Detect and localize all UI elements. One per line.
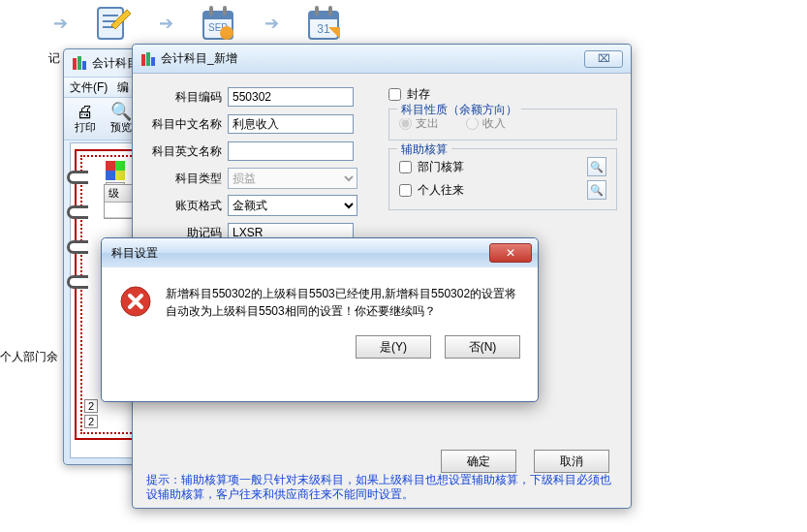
label-cn-name: 科目中文名称 bbox=[146, 116, 222, 133]
svg-rect-24 bbox=[151, 57, 155, 66]
hint-text: 提示：辅助核算项一般只针对末级科目，如果上级科目也想设置辅助核算，下级科目必须也… bbox=[146, 473, 617, 502]
nature-legend: 科目性质（余额方向） bbox=[397, 102, 521, 118]
titlebar: 会计科目_新增 ⌧ bbox=[133, 45, 631, 74]
svg-rect-12 bbox=[315, 6, 319, 16]
sealed-label: 封存 bbox=[407, 86, 430, 103]
svg-rect-17 bbox=[82, 61, 86, 70]
message-text: 新增科目550302的上级科目5503已经使用,新增科目550302的设置将自动… bbox=[166, 285, 522, 320]
preview-icon: 🔍 bbox=[110, 103, 132, 120]
confirm-dialog: 科目设置 ✕ 新增科目550302的上级科目5503已经使用,新增科目55030… bbox=[101, 237, 539, 402]
menu-file[interactable]: 文件(F) bbox=[70, 79, 108, 96]
svg-rect-20 bbox=[106, 171, 115, 180]
arrow-icon: ➔ bbox=[53, 13, 68, 34]
arrow-icon: ➔ bbox=[159, 13, 173, 34]
ok-button[interactable]: 确定 bbox=[441, 450, 516, 473]
cancel-button[interactable]: 取消 bbox=[534, 450, 609, 473]
label-format: 账页格式 bbox=[146, 198, 222, 214]
svg-rect-11 bbox=[309, 12, 338, 19]
close-button[interactable]: ⌧ bbox=[584, 50, 623, 68]
no-button[interactable]: 否(N) bbox=[445, 335, 520, 359]
svg-rect-5 bbox=[203, 12, 233, 19]
dept-checkbox[interactable] bbox=[399, 161, 412, 173]
app-icon bbox=[140, 51, 156, 67]
cn-name-input[interactable] bbox=[228, 114, 354, 134]
dept-lookup-button[interactable]: 🔍 bbox=[587, 157, 606, 176]
svg-rect-16 bbox=[78, 56, 81, 70]
truncated-label: 个人部门余 bbox=[0, 349, 58, 365]
svg-rect-13 bbox=[328, 6, 332, 16]
label-code: 科目编码 bbox=[146, 89, 222, 106]
error-icon bbox=[119, 285, 152, 318]
dialog-title: 会计科目_新增 bbox=[161, 50, 584, 67]
level-badges: 2 2 bbox=[84, 397, 98, 428]
person-label: 个人往来 bbox=[418, 182, 581, 199]
code-input[interactable] bbox=[228, 87, 354, 107]
svg-rect-7 bbox=[223, 6, 227, 16]
dialog-title: 科目设置 bbox=[111, 245, 489, 262]
svg-rect-22 bbox=[141, 54, 145, 66]
document-edit-icon[interactable] bbox=[92, 2, 135, 45]
type-select[interactable]: 损益 bbox=[228, 168, 357, 189]
svg-rect-21 bbox=[115, 171, 125, 180]
palette-icon[interactable] bbox=[106, 161, 125, 180]
titlebar: 科目设置 ✕ bbox=[102, 238, 538, 267]
label-type: 科目类型 bbox=[146, 171, 222, 187]
app-icon bbox=[72, 55, 87, 71]
svg-point-9 bbox=[220, 26, 233, 40]
label-en-name: 科目英文名称 bbox=[146, 143, 222, 160]
print-button[interactable]: 🖨打印 bbox=[68, 100, 103, 139]
badge-2[interactable]: 2 bbox=[84, 399, 98, 413]
sealed-checkbox[interactable] bbox=[388, 88, 401, 101]
calendar-end-icon[interactable]: 31 bbox=[303, 2, 346, 45]
dept-label: 部门核算 bbox=[418, 159, 581, 175]
yes-button[interactable]: 是(Y) bbox=[356, 335, 431, 359]
assist-legend: 辅助核算 bbox=[397, 141, 451, 158]
expense-radio bbox=[399, 117, 412, 130]
assist-fieldset: 辅助核算 部门核算🔍 个人往来🔍 bbox=[388, 148, 617, 210]
svg-rect-15 bbox=[73, 58, 77, 70]
income-radio bbox=[466, 117, 479, 130]
printer-icon: 🖨 bbox=[77, 103, 94, 120]
menu-edit[interactable]: 编 bbox=[117, 79, 129, 96]
svg-rect-23 bbox=[146, 52, 150, 66]
svg-rect-19 bbox=[115, 161, 125, 171]
format-select[interactable]: 金额式 bbox=[228, 195, 357, 216]
svg-rect-18 bbox=[106, 161, 115, 171]
ribbon-toolbar: ➔ ➔ SEP ➔ 31 bbox=[0, 0, 807, 47]
person-lookup-button[interactable]: 🔍 bbox=[587, 180, 606, 200]
person-checkbox[interactable] bbox=[399, 184, 412, 197]
close-button[interactable]: ✕ bbox=[489, 243, 532, 263]
arrow-icon: ➔ bbox=[264, 13, 279, 34]
ribbon-label: 记 bbox=[48, 50, 60, 67]
nature-fieldset: 科目性质（余额方向） 支出 收入 bbox=[388, 109, 617, 141]
badge-2[interactable]: 2 bbox=[84, 415, 98, 428]
svg-rect-6 bbox=[209, 6, 213, 16]
en-name-input[interactable] bbox=[228, 141, 354, 161]
calendar-icon[interactable]: SEP bbox=[198, 2, 240, 45]
svg-text:31: 31 bbox=[317, 22, 330, 36]
